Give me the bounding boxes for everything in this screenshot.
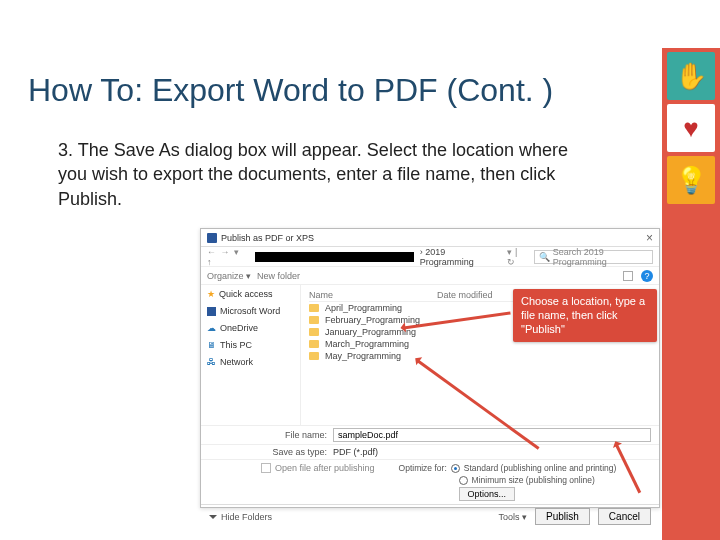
close-icon[interactable]: × xyxy=(646,231,653,245)
cloud-icon: ☁ xyxy=(207,323,216,333)
save-type-select[interactable]: PDF (*.pdf) xyxy=(333,447,651,457)
nav-network[interactable]: 🖧Network xyxy=(207,357,294,367)
ohio-heart-icon: ♥ xyxy=(667,104,715,152)
breadcrumb-folder[interactable]: › 2019 Programming xyxy=(420,247,502,267)
instruction-callout: Choose a location, type a file name, the… xyxy=(513,289,657,342)
lightbulb-icon: 💡 xyxy=(667,156,715,204)
dialog-titlebar: Publish as PDF or XPS × xyxy=(201,229,659,247)
folder-row[interactable]: May_Programming xyxy=(309,350,651,362)
hide-folders-toggle[interactable]: Hide Folders xyxy=(209,512,272,522)
cancel-button[interactable]: Cancel xyxy=(598,508,651,525)
hand-icon: ✋ xyxy=(667,52,715,100)
publish-dialog: Publish as PDF or XPS × ← → ▾ ↑ › 2019 P… xyxy=(200,228,660,508)
step-instructions: 3. The Save As dialog box will appear. S… xyxy=(58,138,578,211)
dialog-toolbar: Organize New folder ? xyxy=(201,267,659,285)
tools-menu[interactable]: Tools ▾ xyxy=(499,512,528,522)
nav-microsoft-word[interactable]: Microsoft Word xyxy=(207,306,294,316)
star-icon: ★ xyxy=(207,289,215,299)
radio-icon xyxy=(451,464,460,473)
col-name[interactable]: Name xyxy=(309,290,429,300)
publish-button[interactable]: Publish xyxy=(535,508,590,525)
radio-icon xyxy=(459,476,468,485)
file-name-label: File name: xyxy=(261,430,327,440)
new-folder-button[interactable]: New folder xyxy=(257,271,300,281)
word-icon xyxy=(207,233,217,243)
folder-icon xyxy=(309,340,319,348)
search-icon: 🔍 xyxy=(539,252,550,262)
word-icon xyxy=(207,307,216,316)
col-date[interactable]: Date modified xyxy=(437,290,507,300)
nav-quick-access[interactable]: ★Quick access xyxy=(207,289,294,299)
optimize-minimum-radio[interactable]: Minimum size (publishing online) xyxy=(459,475,617,485)
file-list[interactable]: Name Date modified Type Size April_Progr… xyxy=(301,285,659,425)
dialog-title-text: Publish as PDF or XPS xyxy=(221,233,314,243)
help-icon[interactable]: ? xyxy=(641,270,653,282)
nav-pane: ★Quick access Microsoft Word ☁OneDrive 🖥… xyxy=(201,285,301,425)
open-after-publish-checkbox[interactable]: Open file after publishing xyxy=(261,463,375,473)
search-input[interactable]: 🔍 Search 2019 Programming xyxy=(534,250,653,264)
address-bar[interactable]: ← → ▾ ↑ › 2019 Programming ▾ | ↻ 🔍 Searc… xyxy=(201,247,659,267)
slide-sidebar: ✋ ♥ 💡 xyxy=(662,48,720,540)
save-type-label: Save as type: xyxy=(261,447,327,457)
nav-this-pc[interactable]: 🖥This PC xyxy=(207,340,294,350)
options-button[interactable]: Options... xyxy=(459,487,516,501)
nav-back-forward-icon[interactable]: ← → ▾ ↑ xyxy=(207,247,249,267)
folder-icon xyxy=(309,328,319,336)
folder-icon xyxy=(309,316,319,324)
nav-onedrive[interactable]: ☁OneDrive xyxy=(207,323,294,333)
chevron-down-icon xyxy=(209,515,217,519)
organize-menu[interactable]: Organize xyxy=(207,271,251,281)
view-icon[interactable] xyxy=(623,271,633,281)
folder-icon xyxy=(309,352,319,360)
network-icon: 🖧 xyxy=(207,357,216,367)
slide-title: How To: Export Word to PDF (Cont. ) xyxy=(28,72,553,109)
checkbox-icon xyxy=(261,463,271,473)
redacted-path xyxy=(255,252,414,262)
pc-icon: 🖥 xyxy=(207,340,216,350)
file-name-input[interactable] xyxy=(333,428,651,442)
folder-icon xyxy=(309,304,319,312)
optimize-standard-radio[interactable]: Optimize for: Standard (publishing onlin… xyxy=(399,463,617,473)
